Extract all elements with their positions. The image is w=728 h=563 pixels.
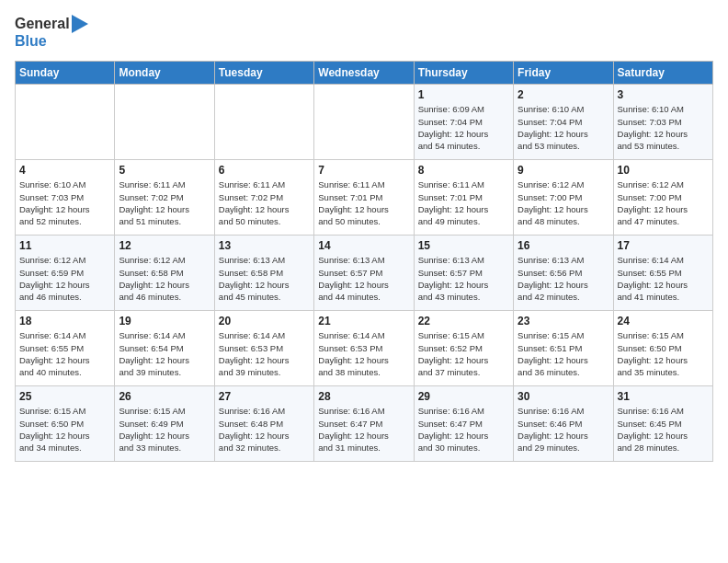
calendar-cell: 14Sunrise: 6:13 AM Sunset: 6:57 PM Dayli… xyxy=(314,236,414,311)
day-number: 27 xyxy=(219,390,310,403)
day-info: Sunrise: 6:15 AM Sunset: 6:50 PM Dayligh… xyxy=(618,329,709,378)
calendar-cell: 30Sunrise: 6:16 AM Sunset: 6:46 PM Dayli… xyxy=(514,386,613,462)
day-header-friday: Friday xyxy=(514,62,613,85)
day-number: 19 xyxy=(119,315,210,327)
calendar-cell: 25Sunrise: 6:15 AM Sunset: 6:50 PM Dayli… xyxy=(16,386,115,462)
calendar-cell: 26Sunrise: 6:15 AM Sunset: 6:49 PM Dayli… xyxy=(115,386,214,462)
day-info: Sunrise: 6:10 AM Sunset: 7:03 PM Dayligh… xyxy=(618,103,709,152)
day-info: Sunrise: 6:15 AM Sunset: 6:52 PM Dayligh… xyxy=(418,329,509,378)
day-number: 8 xyxy=(418,164,509,177)
day-info: Sunrise: 6:15 AM Sunset: 6:49 PM Dayligh… xyxy=(119,405,210,454)
calendar-cell: 1Sunrise: 6:09 AM Sunset: 7:04 PM Daylig… xyxy=(414,85,513,160)
day-info: Sunrise: 6:11 AM Sunset: 7:02 PM Dayligh… xyxy=(119,178,210,227)
day-number: 1 xyxy=(418,88,509,101)
svg-marker-0 xyxy=(72,15,88,33)
calendar-week-row: 11Sunrise: 6:12 AM Sunset: 6:59 PM Dayli… xyxy=(16,236,713,311)
logo: General Blue xyxy=(15,15,88,50)
calendar-cell: 9Sunrise: 6:12 AM Sunset: 7:00 PM Daylig… xyxy=(514,160,613,236)
calendar-week-row: 1Sunrise: 6:09 AM Sunset: 7:04 PM Daylig… xyxy=(16,85,713,160)
day-info: Sunrise: 6:13 AM Sunset: 6:57 PM Dayligh… xyxy=(318,254,409,303)
day-number: 21 xyxy=(318,315,409,327)
calendar-cell: 29Sunrise: 6:16 AM Sunset: 6:47 PM Dayli… xyxy=(414,386,513,462)
days-header-row: SundayMondayTuesdayWednesdayThursdayFrid… xyxy=(16,62,713,85)
day-info: Sunrise: 6:15 AM Sunset: 6:50 PM Dayligh… xyxy=(19,405,110,454)
logo-general-text: General xyxy=(15,16,70,32)
day-info: Sunrise: 6:10 AM Sunset: 7:04 PM Dayligh… xyxy=(518,103,609,152)
calendar-cell: 24Sunrise: 6:15 AM Sunset: 6:50 PM Dayli… xyxy=(613,311,712,386)
day-number: 28 xyxy=(318,390,409,403)
day-number: 4 xyxy=(19,164,110,177)
calendar-cell: 5Sunrise: 6:11 AM Sunset: 7:02 PM Daylig… xyxy=(115,160,214,236)
calendar-cell: 23Sunrise: 6:15 AM Sunset: 6:51 PM Dayli… xyxy=(514,311,613,386)
calendar-cell: 20Sunrise: 6:14 AM Sunset: 6:53 PM Dayli… xyxy=(214,311,313,386)
day-number: 11 xyxy=(19,239,110,252)
calendar-cell: 13Sunrise: 6:13 AM Sunset: 6:58 PM Dayli… xyxy=(214,236,313,311)
day-number: 25 xyxy=(19,390,110,403)
page-header: General Blue xyxy=(15,15,713,50)
day-info: Sunrise: 6:09 AM Sunset: 7:04 PM Dayligh… xyxy=(418,103,509,152)
day-info: Sunrise: 6:14 AM Sunset: 6:55 PM Dayligh… xyxy=(19,329,110,378)
day-number: 31 xyxy=(618,390,709,403)
calendar-cell: 21Sunrise: 6:14 AM Sunset: 6:53 PM Dayli… xyxy=(314,311,414,386)
day-info: Sunrise: 6:14 AM Sunset: 6:53 PM Dayligh… xyxy=(318,329,409,378)
calendar-cell: 15Sunrise: 6:13 AM Sunset: 6:57 PM Dayli… xyxy=(414,236,513,311)
day-number: 14 xyxy=(318,239,409,252)
calendar-cell: 4Sunrise: 6:10 AM Sunset: 7:03 PM Daylig… xyxy=(16,160,115,236)
day-info: Sunrise: 6:13 AM Sunset: 6:58 PM Dayligh… xyxy=(219,254,310,303)
calendar-cell: 3Sunrise: 6:10 AM Sunset: 7:03 PM Daylig… xyxy=(613,85,712,160)
day-info: Sunrise: 6:12 AM Sunset: 6:59 PM Dayligh… xyxy=(19,254,110,303)
day-header-sunday: Sunday xyxy=(16,62,115,85)
day-number: 9 xyxy=(518,164,609,177)
day-number: 24 xyxy=(618,315,709,327)
day-info: Sunrise: 6:14 AM Sunset: 6:55 PM Dayligh… xyxy=(618,254,709,303)
calendar-cell: 31Sunrise: 6:16 AM Sunset: 6:45 PM Dayli… xyxy=(613,386,712,462)
day-number: 29 xyxy=(418,390,509,403)
logo-blue-text: Blue xyxy=(15,33,88,50)
day-info: Sunrise: 6:10 AM Sunset: 7:03 PM Dayligh… xyxy=(19,178,110,227)
day-number: 6 xyxy=(219,164,310,177)
day-info: Sunrise: 6:15 AM Sunset: 6:51 PM Dayligh… xyxy=(518,329,609,378)
day-header-saturday: Saturday xyxy=(613,62,712,85)
day-info: Sunrise: 6:14 AM Sunset: 6:54 PM Dayligh… xyxy=(119,329,210,378)
day-number: 3 xyxy=(618,88,709,101)
calendar-table: SundayMondayTuesdayWednesdayThursdayFrid… xyxy=(15,61,713,462)
day-info: Sunrise: 6:11 AM Sunset: 7:01 PM Dayligh… xyxy=(418,178,509,227)
calendar-cell: 6Sunrise: 6:11 AM Sunset: 7:02 PM Daylig… xyxy=(214,160,313,236)
day-info: Sunrise: 6:11 AM Sunset: 7:02 PM Dayligh… xyxy=(219,178,310,227)
calendar-cell xyxy=(115,85,214,160)
calendar-cell: 18Sunrise: 6:14 AM Sunset: 6:55 PM Dayli… xyxy=(16,311,115,386)
calendar-cell: 19Sunrise: 6:14 AM Sunset: 6:54 PM Dayli… xyxy=(115,311,214,386)
calendar-week-row: 18Sunrise: 6:14 AM Sunset: 6:55 PM Dayli… xyxy=(16,311,713,386)
day-header-wednesday: Wednesday xyxy=(314,62,414,85)
calendar-cell: 11Sunrise: 6:12 AM Sunset: 6:59 PM Dayli… xyxy=(16,236,115,311)
day-number: 23 xyxy=(518,315,609,327)
day-number: 5 xyxy=(119,164,210,177)
day-number: 12 xyxy=(119,239,210,252)
calendar-cell: 17Sunrise: 6:14 AM Sunset: 6:55 PM Dayli… xyxy=(613,236,712,311)
logo-text-block: General Blue xyxy=(15,15,88,50)
day-info: Sunrise: 6:12 AM Sunset: 6:58 PM Dayligh… xyxy=(119,254,210,303)
day-header-thursday: Thursday xyxy=(414,62,513,85)
calendar-cell: 2Sunrise: 6:10 AM Sunset: 7:04 PM Daylig… xyxy=(514,85,613,160)
day-info: Sunrise: 6:14 AM Sunset: 6:53 PM Dayligh… xyxy=(219,329,310,378)
calendar-cell: 10Sunrise: 6:12 AM Sunset: 7:00 PM Dayli… xyxy=(613,160,712,236)
calendar-cell: 27Sunrise: 6:16 AM Sunset: 6:48 PM Dayli… xyxy=(214,386,313,462)
calendar-cell xyxy=(16,85,115,160)
day-info: Sunrise: 6:13 AM Sunset: 6:56 PM Dayligh… xyxy=(518,254,609,303)
day-number: 18 xyxy=(19,315,110,327)
day-number: 15 xyxy=(418,239,509,252)
calendar-cell: 12Sunrise: 6:12 AM Sunset: 6:58 PM Dayli… xyxy=(115,236,214,311)
day-number: 10 xyxy=(618,164,709,177)
day-info: Sunrise: 6:16 AM Sunset: 6:47 PM Dayligh… xyxy=(318,405,409,454)
calendar-cell: 22Sunrise: 6:15 AM Sunset: 6:52 PM Dayli… xyxy=(414,311,513,386)
day-number: 13 xyxy=(219,239,310,252)
day-number: 26 xyxy=(119,390,210,403)
day-info: Sunrise: 6:16 AM Sunset: 6:46 PM Dayligh… xyxy=(518,405,609,454)
day-info: Sunrise: 6:16 AM Sunset: 6:45 PM Dayligh… xyxy=(618,405,709,454)
calendar-week-row: 4Sunrise: 6:10 AM Sunset: 7:03 PM Daylig… xyxy=(16,160,713,236)
calendar-cell xyxy=(214,85,313,160)
day-number: 2 xyxy=(518,88,609,101)
calendar-cell: 8Sunrise: 6:11 AM Sunset: 7:01 PM Daylig… xyxy=(414,160,513,236)
day-info: Sunrise: 6:13 AM Sunset: 6:57 PM Dayligh… xyxy=(418,254,509,303)
calendar-cell: 7Sunrise: 6:11 AM Sunset: 7:01 PM Daylig… xyxy=(314,160,414,236)
